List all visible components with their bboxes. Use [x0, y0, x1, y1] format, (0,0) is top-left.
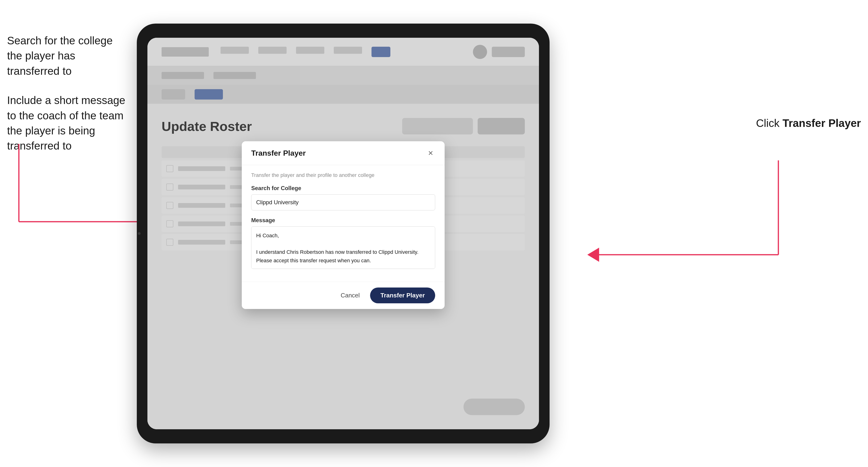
- search-college-label: Search for College: [251, 185, 435, 191]
- cancel-button[interactable]: Cancel: [336, 289, 365, 302]
- modal-title: Transfer Player: [251, 149, 306, 157]
- annotation-message-text: Include a short message to the coach of …: [7, 93, 130, 154]
- tablet-camera: [138, 232, 141, 235]
- right-arrow-head: [587, 248, 599, 262]
- modal-footer: Cancel Transfer Player: [242, 282, 445, 309]
- message-textarea[interactable]: Hi Coach, I understand Chris Robertson h…: [251, 226, 435, 269]
- transfer-player-button[interactable]: Transfer Player: [370, 287, 435, 303]
- modal-body: Transfer the player and their profile to…: [242, 165, 445, 282]
- annotation-click-prefix: Click: [756, 117, 782, 129]
- annotation-search-text: Search for the college the player has tr…: [7, 33, 130, 79]
- search-college-input[interactable]: [251, 194, 435, 210]
- modal-close-button[interactable]: ✕: [426, 148, 435, 158]
- right-annotation: Click Transfer Player: [756, 116, 861, 131]
- modal-subtitle: Transfer the player and their profile to…: [251, 172, 435, 178]
- message-label: Message: [251, 217, 435, 224]
- left-annotation: Search for the college the player has tr…: [7, 33, 130, 168]
- tablet-screen: Update Roster: [148, 38, 539, 429]
- modal-header: Transfer Player ✕: [242, 141, 445, 165]
- annotation-transfer-bold: Transfer Player: [783, 117, 861, 129]
- tablet-frame: Update Roster: [137, 24, 550, 443]
- transfer-player-modal: Transfer Player ✕ Transfer the player an…: [242, 141, 445, 309]
